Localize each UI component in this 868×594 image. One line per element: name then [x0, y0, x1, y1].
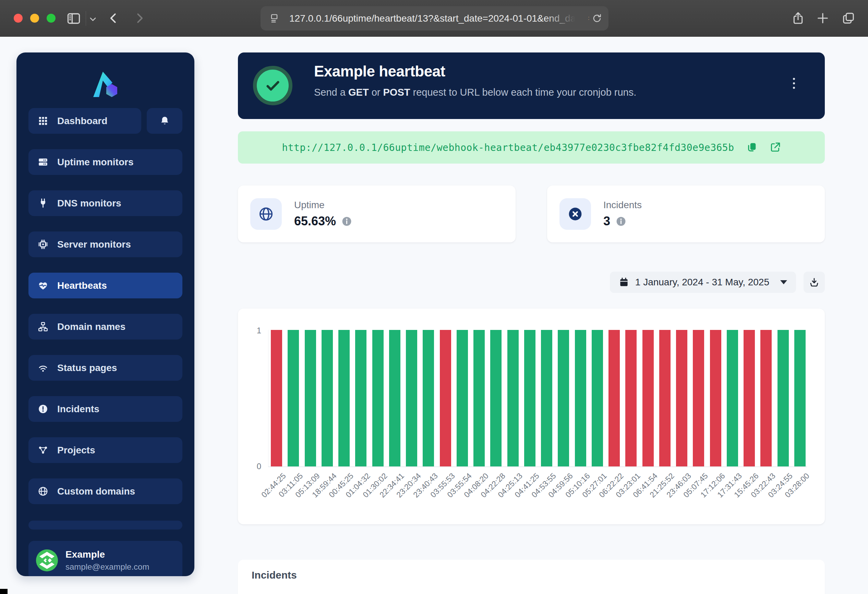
back-button-icon[interactable]	[107, 12, 120, 25]
sidebar-item-projects[interactable]: Projects	[28, 437, 182, 463]
chart-bar-23:40:43[interactable]	[423, 330, 434, 466]
chart-bar-15:45:26[interactable]	[744, 330, 755, 466]
chart-bar-04:59:56[interactable]	[558, 330, 569, 466]
chart-bar-05:07:45[interactable]	[693, 330, 704, 466]
profile-email: sample@example.com	[65, 562, 149, 572]
chart-bar-01:04:32[interactable]	[355, 330, 366, 466]
chart-bar-04:22:28[interactable]	[490, 330, 502, 466]
open-link-icon[interactable]	[769, 142, 781, 153]
sidebar-row: Uptime monitors	[28, 149, 182, 175]
close-window-button[interactable]	[14, 14, 23, 23]
chart-bar-03:55:54[interactable]	[457, 330, 468, 466]
status-check-icon	[253, 66, 292, 105]
chart-bar-03:55:53[interactable]	[440, 330, 451, 466]
chart-bar-02:44:25[interactable]	[271, 330, 282, 466]
date-range-label: 1 January, 2024 - 31 May, 2025	[635, 277, 769, 288]
webhook-url-bar: http://127.0.0.1/66uptime/webhook-heartb…	[238, 132, 825, 164]
notifications-button[interactable]	[147, 108, 182, 134]
webhook-url[interactable]: http://127.0.0.1/66uptime/webhook-heartb…	[282, 142, 734, 153]
date-range-picker[interactable]: 1 January, 2024 - 31 May, 2025	[610, 272, 796, 293]
chart-bar-03:23:01[interactable]	[625, 330, 636, 466]
sidebar-item-heartbeats[interactable]: Heartbeats	[28, 273, 182, 298]
sidebar-row: Domain names	[28, 314, 182, 340]
chart-bar-21:25:52[interactable]	[659, 330, 670, 466]
sidebar-item-incidents[interactable]: Incidents	[28, 396, 182, 422]
address-bar[interactable]: 127.0.0.1/66uptime/heartbeat/13?&start_d…	[261, 6, 608, 31]
stat-label: Uptime	[294, 199, 352, 211]
chart-bar-04:53:55[interactable]	[541, 330, 552, 466]
window-controls	[14, 14, 56, 23]
heartbeat-header-card: Example heartbeat Send a GET or POST req…	[238, 52, 825, 119]
plug-icon	[38, 198, 48, 208]
minimize-window-button[interactable]	[30, 14, 39, 23]
sidebar-row: DNS monitors	[28, 190, 182, 216]
chart-bar-03:11:05[interactable]	[288, 330, 299, 466]
sidebar-row: Status pages	[28, 355, 182, 381]
titlebar-divider	[86, 11, 86, 26]
sidebar-item-domain-names[interactable]: Domain names	[28, 314, 182, 340]
sidebar-item-dashboard[interactable]: Dashboard	[28, 108, 141, 134]
share-icon[interactable]	[791, 11, 805, 25]
chart-bar-05:27:01[interactable]	[592, 330, 603, 466]
chart-bar-18:59:44[interactable]	[322, 330, 333, 466]
sidebar-row: Dashboard	[28, 108, 182, 134]
sidebar-row: Incidents	[28, 396, 182, 422]
reload-icon[interactable]	[592, 13, 602, 24]
chart-bar-04:25:13[interactable]	[507, 330, 519, 466]
stats-row: Uptime 65.63% Incidents 3	[238, 186, 825, 242]
sidebar-item-custom-domains[interactable]: Custom domains	[28, 479, 182, 504]
chart-bar-23:46:03[interactable]	[676, 330, 687, 466]
download-button[interactable]	[803, 272, 825, 293]
chart-bar-04:41:25[interactable]	[524, 330, 536, 466]
chart-bar-03:22:43[interactable]	[760, 330, 772, 466]
bell-icon	[159, 115, 170, 126]
sidebar-item-server-monitors[interactable]: Server monitors	[28, 232, 182, 257]
sidebar-item-dns-monitors[interactable]: DNS monitors	[28, 190, 182, 216]
sidebar-item-label: Server monitors	[57, 239, 131, 250]
browser-titlebar: 127.0.0.1/66uptime/heartbeat/13?&start_d…	[0, 0, 868, 37]
chart-bar-06:22:22[interactable]	[608, 330, 620, 466]
chart-bar-04:08:20[interactable]	[474, 330, 485, 466]
profile-card[interactable]: Example sample@example.com	[28, 541, 182, 576]
screen-artifact	[0, 589, 7, 594]
alert-circle-icon	[38, 404, 48, 414]
download-icon	[809, 277, 819, 287]
sidebar-item-status-pages[interactable]: Status pages	[28, 355, 182, 381]
info-icon[interactable]	[341, 216, 352, 227]
app-logo[interactable]	[28, 60, 182, 108]
heartbeat-chart: 1 0 02:44:2503:11:0505:13:0918:59:4400:4…	[238, 309, 825, 525]
kebab-menu-button[interactable]	[787, 72, 802, 94]
sidebar-item-label: DNS monitors	[57, 198, 121, 209]
tab-overview-icon[interactable]	[841, 11, 855, 25]
chart-bar-01:30:02[interactable]	[372, 330, 384, 466]
page-title: Example heartbeat	[314, 63, 445, 80]
incidents-section: Incidents	[238, 560, 825, 594]
calendar-icon	[619, 277, 629, 287]
chart-bar-17:31:43[interactable]	[727, 330, 738, 466]
zoom-window-button[interactable]	[47, 14, 56, 23]
chart-bar-00:45:25[interactable]	[338, 330, 350, 466]
chart-bar-05:10:16[interactable]	[575, 330, 586, 466]
avatar	[36, 550, 58, 571]
chart-bar-06:41:54[interactable]	[642, 330, 654, 466]
sidebar-row: Projects	[28, 437, 182, 463]
sidebar-row: Custom domains	[28, 479, 182, 504]
info-icon[interactable]	[616, 216, 626, 227]
chart-bar-17:12:06[interactable]	[710, 330, 721, 466]
chart-bar-22:34:41[interactable]	[389, 330, 400, 466]
chart-bar-23:20:34[interactable]	[406, 330, 417, 466]
sidebar-row: Heartbeats	[28, 273, 182, 298]
copy-icon[interactable]	[746, 142, 757, 153]
sidebar-toggle-icon[interactable]	[66, 11, 81, 26]
sidebar-item-partial[interactable]	[28, 521, 182, 529]
chart-bar-05:13:09[interactable]	[305, 330, 316, 466]
x-circle-icon	[559, 198, 591, 230]
chart-bar-03:24:55[interactable]	[778, 330, 789, 466]
sidebar-item-label: Heartbeats	[57, 280, 107, 291]
sidebar-item-uptime-monitors[interactable]: Uptime monitors	[28, 149, 182, 175]
new-tab-icon[interactable]	[816, 11, 830, 25]
chart-bar-03:28:00[interactable]	[794, 330, 806, 466]
cpu-icon	[38, 239, 48, 250]
sidebar-row: Server monitors	[28, 232, 182, 257]
chevron-down-icon[interactable]	[89, 15, 97, 24]
